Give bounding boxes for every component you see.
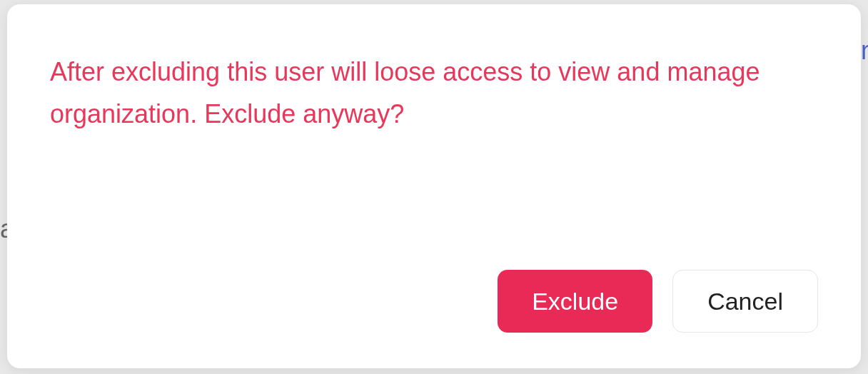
dialog-actions: Exclude Cancel — [50, 270, 818, 333]
exclude-button[interactable]: Exclude — [498, 270, 652, 333]
cancel-button[interactable]: Cancel — [672, 270, 818, 333]
dialog-message: After excluding this user will loose acc… — [50, 51, 818, 256]
confirm-exclude-dialog: After excluding this user will loose acc… — [7, 4, 861, 368]
background-text-fragment: n — [861, 36, 868, 66]
